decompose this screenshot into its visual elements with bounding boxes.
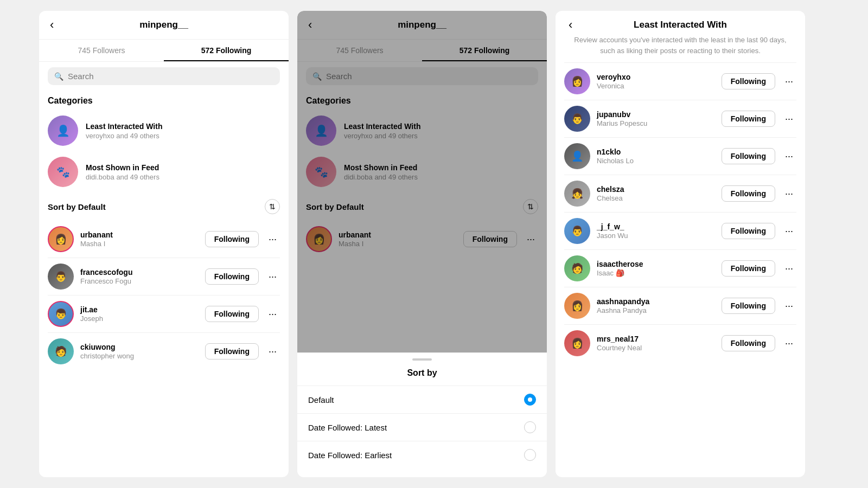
left-more-btn-3[interactable]: ··· <box>265 344 280 359</box>
sort-option-default[interactable]: Default <box>297 386 547 414</box>
left-category-most[interactable]: 🐾 Most Shown in Feed didi.boba and 49 ot… <box>39 151 289 192</box>
left-more-btn-0[interactable]: ··· <box>265 232 280 247</box>
left-search-wrap[interactable]: 🔍 <box>48 67 280 85</box>
right-displayname-2: Nicholas Lo <box>597 157 715 165</box>
left-username-3: ckiuwong <box>80 343 199 351</box>
left-user-0: 👩 urbanant Masha I Following ··· <box>39 221 289 258</box>
right-more-btn-3[interactable]: ··· <box>782 186 796 202</box>
left-cat-name-most: Most Shown in Feed <box>86 163 159 172</box>
left-more-btn-1[interactable]: ··· <box>265 269 280 285</box>
right-userinfo-7: mrs_neal17 Courtney Neal <box>597 335 715 352</box>
right-username-6: aashnapandya <box>597 297 715 306</box>
right-userinfo-5: isaactherose Isaac 🎒 <box>597 260 715 277</box>
sort-option-earliest[interactable]: Date Followed: Earliest <box>297 441 547 468</box>
left-back-button[interactable]: ‹ <box>48 16 56 34</box>
sort-radio-earliest <box>524 449 536 461</box>
right-userinfo-0: veroyhxo Veronica <box>597 73 715 90</box>
left-following-btn-2[interactable]: Following <box>205 306 259 322</box>
right-more-btn-6[interactable]: ··· <box>782 298 796 314</box>
sheet-title: Sort by <box>297 368 547 386</box>
right-following-btn-6[interactable]: Following <box>722 298 775 314</box>
right-following-btn-0[interactable]: Following <box>722 73 775 89</box>
right-username-3: chelsza <box>597 185 715 194</box>
sort-sheet: Sort by Default Date Followed: Latest Da… <box>297 352 547 477</box>
right-userinfo-3: chelsza Chelsea <box>597 185 715 202</box>
right-following-btn-5[interactable]: Following <box>722 260 775 277</box>
left-userinfo-3: ckiuwong christopher wong <box>80 343 199 360</box>
left-following-btn-1[interactable]: Following <box>205 268 259 285</box>
right-avatar-3: 👧 <box>564 181 590 207</box>
sort-option-default-label: Default <box>308 395 334 404</box>
right-more-btn-4[interactable]: ··· <box>782 223 796 239</box>
left-more-btn-2[interactable]: ··· <box>265 306 280 322</box>
left-category-least[interactable]: 👤 Least Interacted With veroyhxo and 49 … <box>39 110 289 151</box>
right-following-btn-3[interactable]: Following <box>722 185 775 202</box>
sort-option-latest-label: Date Followed: Latest <box>308 423 387 432</box>
right-user-5: 🧑 isaactherose Isaac 🎒 Following ··· <box>556 250 805 287</box>
right-user-7: 👩 mrs_neal17 Courtney Neal Following ··· <box>556 325 805 362</box>
right-more-btn-0[interactable]: ··· <box>782 74 796 89</box>
left-header-title: minpeng__ <box>139 20 188 30</box>
left-following-btn-0[interactable]: Following <box>205 231 259 247</box>
right-user-1: 👨 jupanubv Marius Popescu Following ··· <box>556 100 805 137</box>
right-username-2: n1cklo <box>597 147 715 156</box>
right-avatar-7: 👩 <box>564 330 590 356</box>
right-following-btn-4[interactable]: Following <box>722 223 775 239</box>
right-more-btn-5[interactable]: ··· <box>782 261 796 277</box>
right-username-4: _j_f_w_ <box>597 222 715 231</box>
left-userinfo-0: urbanant Masha I <box>80 230 199 248</box>
left-sort-row: Sort by Default ⇅ <box>39 192 289 221</box>
left-sort-label: Sort by Default <box>48 202 106 211</box>
sort-option-latest[interactable]: Date Followed: Latest <box>297 414 547 441</box>
left-userinfo-2: jit.ae Joseph <box>80 305 199 323</box>
left-search-container: 🔍 <box>39 62 289 91</box>
left-user-2: 👦 jit.ae Joseph Following ··· <box>39 296 289 332</box>
left-tab-following[interactable]: 572 Following <box>164 40 289 61</box>
right-following-btn-2[interactable]: Following <box>722 148 775 164</box>
left-avatar-3: 🧑 <box>48 338 74 364</box>
left-tab-followers[interactable]: 745 Followers <box>39 40 164 61</box>
left-tabs: 745 Followers 572 Following <box>39 40 289 62</box>
right-more-btn-1[interactable]: ··· <box>782 111 796 127</box>
right-more-btn-2[interactable]: ··· <box>782 149 796 164</box>
right-user-6: 👩 aashnapandya Aashna Pandya Following ·… <box>556 287 805 324</box>
middle-overlay <box>297 11 547 369</box>
right-avatar-1: 👨 <box>564 106 590 132</box>
right-displayname-1: Marius Popescu <box>597 119 715 127</box>
right-back-button[interactable]: ‹ <box>566 16 575 34</box>
sort-option-earliest-label: Date Followed: Earliest <box>308 451 392 460</box>
right-avatar-0: 👩 <box>564 68 590 94</box>
left-sort-icon[interactable]: ⇅ <box>265 199 280 214</box>
right-userinfo-6: aashnapandya Aashna Pandya <box>597 297 715 314</box>
right-following-btn-1[interactable]: Following <box>722 111 775 127</box>
left-sort-default: Default <box>78 202 106 211</box>
left-cat-avatar-least: 👤 <box>48 115 78 146</box>
left-displayname-3: christopher wong <box>80 352 199 360</box>
right-username-1: jupanubv <box>597 110 715 119</box>
sheet-handle <box>412 358 432 361</box>
right-username-7: mrs_neal17 <box>597 335 715 343</box>
left-cat-avatar-most: 🐾 <box>48 157 78 187</box>
right-panel: ‹ Least Interacted With Review accounts … <box>556 11 805 477</box>
left-categories-title: Categories <box>39 91 289 110</box>
left-user-3: 🧑 ckiuwong christopher wong Following ··… <box>39 333 289 370</box>
right-avatar-4: 👨 <box>564 218 590 244</box>
left-cat-sub-least: veroyhxo and 49 others <box>86 132 162 140</box>
right-displayname-0: Veronica <box>597 82 715 90</box>
right-avatar-6: 👩 <box>564 293 590 319</box>
right-more-btn-7[interactable]: ··· <box>782 336 796 351</box>
right-user-3: 👧 chelsza Chelsea Following ··· <box>556 175 805 212</box>
left-displayname-0: Masha I <box>80 240 199 248</box>
right-displayname-7: Courtney Neal <box>597 344 715 352</box>
left-following-btn-3[interactable]: Following <box>205 343 259 359</box>
left-displayname-1: Francesco Fogu <box>80 277 199 285</box>
left-displayname-2: Joseph <box>80 314 199 323</box>
left-search-input[interactable] <box>68 72 273 81</box>
right-username-0: veroyhxo <box>597 73 715 81</box>
right-following-btn-7[interactable]: Following <box>722 335 775 351</box>
right-userinfo-2: n1cklo Nicholas Lo <box>597 147 715 165</box>
left-cat-name-least: Least Interacted With <box>86 122 162 131</box>
left-header: ‹ minpeng__ <box>39 11 289 40</box>
left-user-1: 👨 francescofogu Francesco Fogu Following… <box>39 258 289 295</box>
sort-radio-latest <box>524 421 536 433</box>
